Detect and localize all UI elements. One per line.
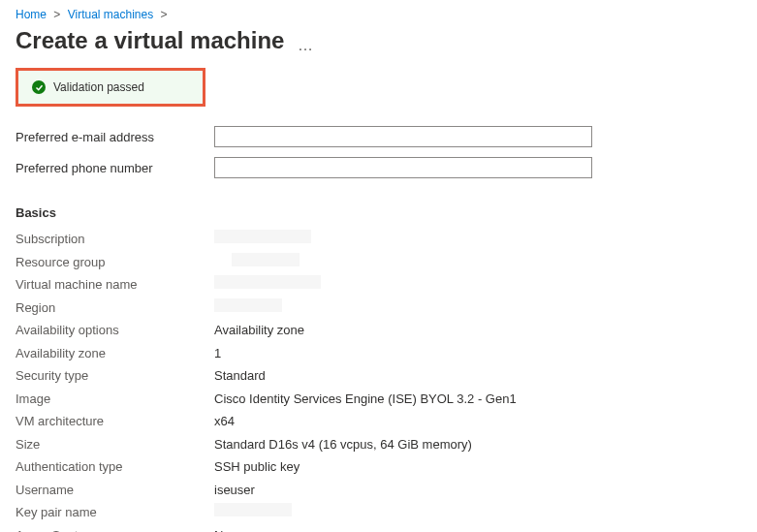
keypair-value <box>214 503 292 522</box>
vm-name-label: Virtual machine name <box>16 275 214 295</box>
breadcrumb-home[interactable]: Home <box>16 8 47 21</box>
size-label: Size <box>16 435 214 454</box>
keypair-label: Key pair name <box>16 503 214 522</box>
vm-architecture-label: VM architecture <box>16 412 214 431</box>
validation-highlight: Validation passed <box>16 68 205 107</box>
auth-type-value: SSH public key <box>214 457 300 477</box>
username-value: iseuser <box>214 481 255 500</box>
phone-field[interactable] <box>214 157 592 178</box>
azure-spot-label: Azure Spot <box>16 526 214 533</box>
region-label: Region <box>16 298 214 318</box>
availability-options-value: Availability zone <box>214 321 304 340</box>
availability-options-label: Availability options <box>16 321 214 340</box>
chevron-right-icon: > <box>53 8 60 21</box>
security-type-label: Security type <box>16 366 214 386</box>
phone-label: Preferred phone number <box>16 161 214 175</box>
chevron-right-icon: > <box>161 8 168 21</box>
vm-name-value <box>214 275 321 295</box>
subscription-label: Subscription <box>16 230 214 249</box>
username-label: Username <box>16 481 214 500</box>
azure-spot-value: No <box>214 526 231 533</box>
page-title: Create a virtual machine <box>16 27 284 54</box>
validation-message: Validation passed <box>53 80 144 94</box>
breadcrumb-virtual-machines[interactable]: Virtual machines <box>68 8 154 21</box>
auth-type-label: Authentication type <box>16 457 214 477</box>
resource-group-value <box>214 253 300 272</box>
subscription-value <box>214 230 311 249</box>
region-value <box>214 298 282 318</box>
basics-section-title: Basics <box>16 205 741 220</box>
more-icon[interactable]: … <box>298 37 313 53</box>
security-type-value: Standard <box>214 366 266 386</box>
resource-group-label: Resource group <box>16 253 214 272</box>
image-label: Image <box>16 390 214 409</box>
email-label: Preferred e-mail address <box>16 130 214 144</box>
availability-zone-label: Availability zone <box>16 344 214 363</box>
breadcrumb: Home > Virtual machines > <box>16 8 741 21</box>
size-value: Standard D16s v4 (16 vcpus, 64 GiB memor… <box>214 435 472 454</box>
email-field[interactable] <box>214 126 592 147</box>
checkmark-icon <box>32 80 46 94</box>
vm-architecture-value: x64 <box>214 412 235 431</box>
image-value: Cisco Identity Services Engine (ISE) BYO… <box>214 390 517 409</box>
validation-banner: Validation passed <box>18 71 203 104</box>
availability-zone-value: 1 <box>214 344 221 363</box>
